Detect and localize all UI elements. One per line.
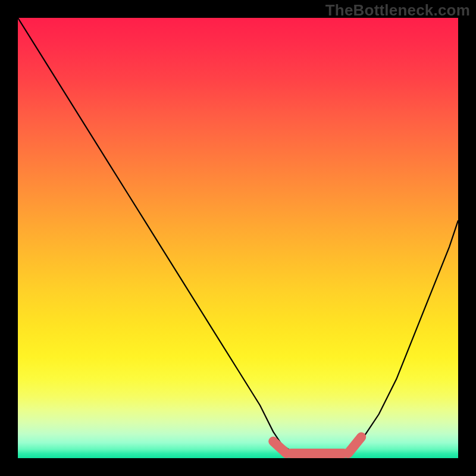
bottleneck-curve-line <box>18 18 458 458</box>
chart-frame: TheBottleneck.com <box>0 0 476 476</box>
valley-marker-right <box>348 437 361 453</box>
chart-svg <box>18 18 458 458</box>
watermark-text: TheBottleneck.com <box>325 1 470 20</box>
plot-area <box>18 18 458 458</box>
valley-marker-left <box>273 441 286 453</box>
